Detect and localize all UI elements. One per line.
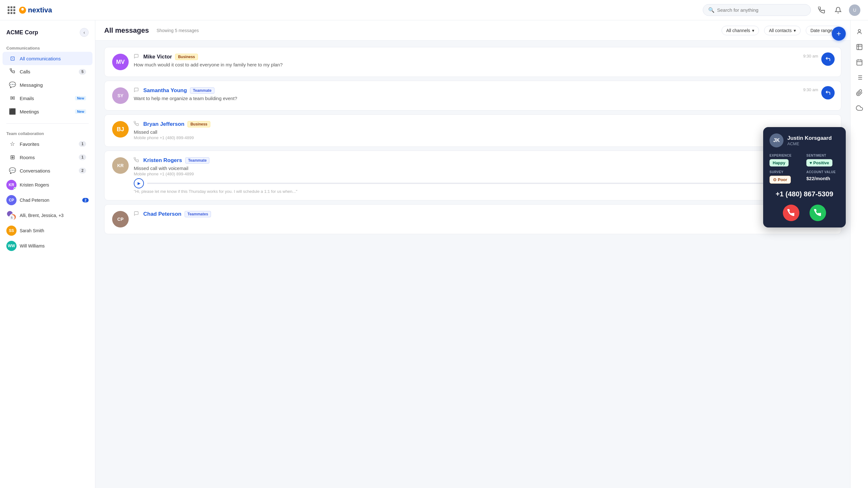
account-value: $22/month: [806, 176, 830, 181]
favorites-badge: 1: [79, 141, 86, 147]
conv-avatar: KR: [6, 180, 17, 190]
avatar-photo: CP: [112, 211, 129, 227]
reply-button[interactable]: [821, 53, 835, 66]
reply-button[interactable]: [821, 86, 835, 99]
conv-item[interactable]: CPChad Peterson2: [0, 192, 95, 208]
message-body: Kristen Rogers Teammate Missed call with…: [134, 157, 833, 194]
sidebar-item-all-communications[interactable]: ⊡ All communications: [3, 52, 92, 65]
conv-name: Kristen Rogers: [20, 182, 89, 187]
rail-list-icon[interactable]: [853, 71, 866, 84]
rail-cloud-icon[interactable]: [853, 102, 866, 114]
calls-icon: [9, 68, 16, 75]
phone-icon[interactable]: [816, 4, 827, 16]
emails-label: Emails: [20, 96, 71, 101]
play-button[interactable]: ▶: [134, 178, 144, 188]
sidebar-item-calls[interactable]: Calls 5: [3, 65, 92, 78]
sidebar-item-meetings[interactable]: ⬛ Meetings New: [3, 105, 92, 118]
rail-table-icon[interactable]: [853, 41, 866, 53]
avatar-photo: SY: [112, 87, 129, 104]
message-sender-name[interactable]: Chad Peterson: [143, 211, 181, 217]
decline-call-button[interactable]: [783, 205, 799, 221]
conv-item[interactable]: KRKristen Rogers: [0, 177, 95, 192]
message-avatar: MV: [112, 54, 129, 70]
rail-paperclip-icon[interactable]: [853, 86, 866, 99]
sidebar-item-emails[interactable]: ✉ Emails New: [3, 92, 92, 105]
channel-icon: [134, 54, 139, 60]
conv-item[interactable]: WWWill Williams: [0, 238, 95, 253]
topnav-left: nextiva: [8, 6, 52, 14]
experience-label: EXPERIENCE: [770, 154, 803, 157]
rail-user-icon[interactable]: [853, 25, 866, 38]
filter-contacts-button[interactable]: All contacts ▾: [764, 26, 801, 35]
message-text: Want to help me organize a team building…: [134, 96, 833, 101]
message-header: Kristen Rogers Teammate: [134, 157, 833, 163]
experience-badge: Happy: [770, 159, 788, 166]
top-navigation: nextiva 🔍 U: [0, 0, 868, 20]
message-sender-name[interactable]: Samantha Young: [143, 87, 187, 94]
accept-call-button[interactable]: [810, 205, 826, 221]
filter-date-label: Date range: [810, 28, 832, 33]
sidebar: ACME Corp ‹ Communications ⊡ All communi…: [0, 20, 95, 488]
filter-contacts-label: All contacts: [769, 28, 792, 33]
favorites-label: Favorites: [20, 142, 75, 147]
sidebar-item-conversations[interactable]: 💬 Conversations 2: [3, 164, 92, 177]
topnav-actions: U: [816, 4, 860, 16]
collapse-button[interactable]: ‹: [80, 28, 89, 37]
message-header: Bryan Jefferson Business: [134, 121, 833, 127]
grid-menu-icon[interactable]: [8, 6, 15, 14]
bell-icon[interactable]: [832, 4, 844, 16]
message-meta: Mobile phone +1 (480) 899-4899: [134, 135, 833, 140]
voicemail-text: "Hi, please let me know if this Thursday…: [134, 189, 833, 194]
sentiment-label: SENTIMENT: [806, 154, 839, 157]
search-bar[interactable]: 🔍: [703, 4, 811, 16]
message-card[interactable]: MV Mike Victor Business How much would i…: [104, 47, 841, 77]
sidebar-divider-1: [6, 123, 89, 124]
right-panel: [850, 20, 868, 488]
avatar-initials: BJ: [117, 126, 124, 133]
user-avatar[interactable]: U: [849, 4, 860, 16]
message-tag: Business: [175, 54, 197, 60]
chevron-down-icon-2: ▾: [794, 28, 796, 33]
online-indicator: [126, 171, 129, 174]
caller-initials: JK: [773, 138, 780, 143]
page-subtitle: Showing 5 messages: [157, 28, 199, 33]
sentiment-stat: SENTIMENT ♥ Positive: [806, 154, 839, 166]
emails-icon: ✉: [9, 95, 16, 102]
main-content: All messages Showing 5 messages All chan…: [95, 20, 850, 488]
reply-action: [821, 86, 835, 99]
calls-badge: 5: [79, 69, 86, 75]
conv-item[interactable]: SSSarah Smith: [0, 223, 95, 238]
search-input[interactable]: [717, 7, 805, 13]
logo[interactable]: nextiva: [19, 6, 52, 14]
emails-new-badge: New: [75, 96, 86, 100]
filter-channels-button[interactable]: All channels ▾: [721, 26, 760, 35]
message-body: Mike Victor Business How much would it c…: [134, 54, 833, 67]
conv-name: Alli, Brent, Jessica, +3: [20, 213, 89, 218]
rail-calendar-icon[interactable]: [853, 56, 866, 69]
avatar-initials: MV: [116, 59, 125, 65]
topnav-center: 🔍 U: [52, 4, 860, 16]
conv-avatar: WW: [6, 241, 17, 251]
message-body: Samantha Young Teammate Want to help me …: [134, 87, 833, 101]
message-sender-name[interactable]: Kristen Rogers: [143, 157, 182, 163]
message-card[interactable]: BJ Bryan Jefferson Business Missed call …: [104, 114, 841, 147]
message-header: Chad Peterson Teammates: [134, 211, 833, 217]
sidebar-item-rooms[interactable]: ⊞ Rooms 1: [3, 151, 92, 164]
message-time: 9:30 am: [803, 54, 818, 58]
survey-icon: ⊙: [773, 177, 776, 182]
message-card[interactable]: KR Kristen Rogers Teammate Missed call w…: [104, 151, 841, 201]
message-sender-name[interactable]: Bryan Jefferson: [143, 121, 184, 127]
sidebar-item-favorites[interactable]: ☆ Favorites 1: [3, 137, 92, 151]
add-button[interactable]: +: [832, 27, 846, 41]
message-time: 9:30 am: [803, 87, 818, 92]
conv-item[interactable]: 5 Alli, Brent, Jessica, +3: [0, 208, 95, 223]
message-card[interactable]: CP Chad Peterson Teammates 9:30 am: [104, 204, 841, 234]
caller-phone: +1 (480) 867-5309: [770, 190, 839, 198]
message-text: How much would it cost to add everyone i…: [134, 62, 833, 67]
message-tag: Teammate: [185, 157, 209, 163]
sidebar-item-messaging[interactable]: 💬 Messaging: [3, 78, 92, 92]
communications-section-label: Communications: [0, 43, 95, 52]
org-name: ACME Corp: [6, 29, 38, 36]
multi-avatar: 5: [6, 210, 17, 220]
message-card[interactable]: SY Samantha Young Teammate Want to help …: [104, 81, 841, 111]
